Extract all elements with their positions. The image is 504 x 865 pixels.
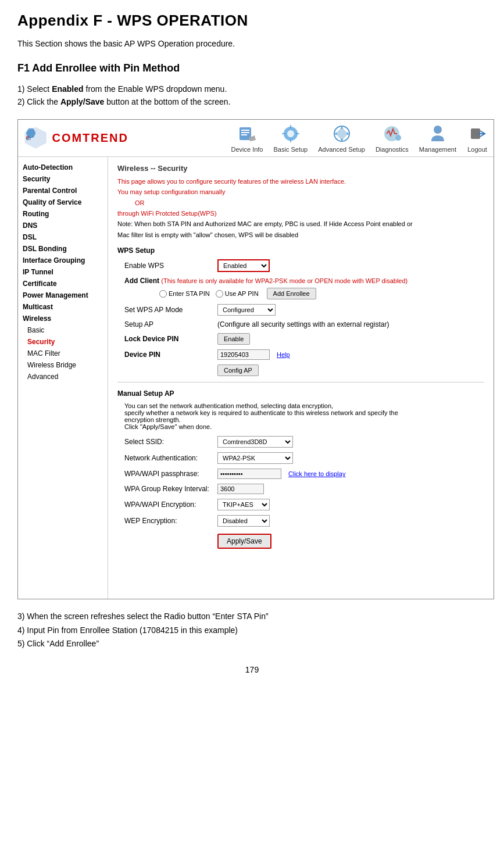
manual-setup-title: Manual Setup AP [117, 389, 484, 398]
content-section-header: Wireless -- Security [117, 164, 484, 173]
sidebar-item-parental-control[interactable]: Parental Control [18, 185, 108, 196]
advanced-setup-icon [331, 123, 352, 144]
sidebar-item-wireless[interactable]: Wireless [18, 313, 108, 324]
add-enrollee-button[interactable]: Add Enrollee [267, 288, 316, 299]
network-auth-label: Network Authentication: [124, 454, 217, 462]
comtrend-logo-icon: CT C [24, 123, 47, 152]
sidebar-item-dsl-bonding[interactable]: DSL Bonding [18, 243, 108, 255]
device-pin-label: Device PIN [124, 351, 217, 359]
device-pin-help-link[interactable]: Help [277, 351, 290, 358]
sidebar: Auto-Detection Security Parental Control… [18, 157, 108, 599]
sidebar-item-multicast[interactable]: Multicast [18, 301, 108, 313]
nav-logout-label: Logout [467, 146, 487, 153]
lock-device-pin-label: Lock Device PIN [124, 335, 217, 343]
logout-icon [467, 123, 488, 144]
sidebar-item-advanced[interactable]: Advanced [18, 371, 108, 383]
radio-use-ap-pin-text: Use AP PIN [225, 290, 259, 297]
radio-use-ap-pin[interactable] [216, 290, 223, 298]
sidebar-item-basic[interactable]: Basic [18, 324, 108, 336]
config-ap-row: Config AP [117, 364, 484, 376]
lock-device-pin-button[interactable]: Enable [217, 333, 250, 345]
radio-use-ap-pin-label[interactable]: Use AP PIN [216, 290, 259, 298]
wpa-rekey-input[interactable] [217, 484, 264, 494]
sidebar-item-auto-detection[interactable]: Auto-Detection [18, 162, 108, 173]
nav-management-label: Management [419, 146, 456, 153]
nav-basic-setup-label: Basic Setup [273, 146, 308, 153]
wpa-passphrase-label: WPA/WAPI passphrase: [124, 470, 217, 478]
manual-setup-desc: You can set the network authentication m… [117, 402, 484, 430]
footer-step-5: 5) Click “Add Enrollee” [17, 637, 487, 651]
sidebar-item-security-top[interactable]: Security [18, 173, 108, 185]
svg-point-16 [434, 126, 442, 134]
footer-step-4: 4) Input Pin from Enrollee Station (1708… [17, 624, 487, 638]
svg-point-13 [337, 129, 346, 138]
radio-enter-sta-pin-label[interactable]: Enter STA PIN [159, 290, 210, 298]
enable-wps-row: Enable WPS Enabled Disabled [117, 259, 484, 272]
wpa-passphrase-input[interactable] [217, 469, 281, 479]
enable-wps-select[interactable]: Enabled Disabled [217, 259, 270, 272]
sidebar-item-certificate[interactable]: Certificate [18, 278, 108, 289]
setup-ap-note: (Configure all security settings with an… [217, 320, 389, 328]
set-wps-ap-mode-select[interactable]: Configured Unconfigured [217, 304, 276, 316]
sidebar-item-ip-tunnel[interactable]: IP Tunnel [18, 266, 108, 278]
svg-rect-8 [241, 134, 247, 135]
svg-rect-6 [241, 130, 249, 131]
set-wps-ap-mode-label: Set WPS AP Mode [124, 306, 217, 314]
nav-advanced-setup[interactable]: Advanced Setup [318, 123, 365, 153]
page-title: Appendix F - WPS OPERATION [17, 12, 487, 30]
management-icon [427, 123, 448, 144]
add-client-label: Add Client [124, 277, 159, 285]
wpa-encryption-label: WPA/WAPI Encryption: [124, 501, 217, 509]
footer-step-3: 3) When the screen refreshes select the … [17, 610, 487, 624]
network-auth-row: Network Authentication: WPA2-PSK [117, 452, 484, 464]
instructions: 1) Select Enabled from the Enable WPS dr… [17, 83, 487, 109]
router-body: Auto-Detection Security Parental Control… [18, 157, 494, 599]
select-ssid-label: Select SSID: [124, 438, 217, 446]
wpa-encryption-select[interactable]: TKIP+AES TKIP AES [217, 499, 270, 510]
sidebar-item-interface-grouping[interactable]: Interface Grouping [18, 255, 108, 266]
sidebar-item-dns[interactable]: DNS [18, 220, 108, 231]
setup-ap-row: Setup AP (Configure all security setting… [117, 320, 484, 328]
svg-rect-7 [241, 132, 249, 133]
sidebar-item-mac-filter[interactable]: MAC Filter [18, 348, 108, 359]
select-ssid-row: Select SSID: Comtrend3D8D [117, 436, 484, 448]
config-ap-button[interactable]: Config AP [217, 364, 259, 376]
sidebar-item-security-wireless[interactable]: Security [18, 336, 108, 348]
nav-diagnostics-label: Diagnostics [376, 146, 409, 153]
network-auth-select[interactable]: WPA2-PSK [217, 452, 293, 464]
page-number: 179 [17, 665, 487, 674]
device-pin-input[interactable] [217, 349, 270, 360]
diagnostics-icon [381, 123, 402, 144]
manual-desc-4: Click "Apply/Save" when done. [124, 423, 484, 430]
nav-basic-setup[interactable]: Basic Setup [273, 123, 308, 153]
sidebar-item-power-management[interactable]: Power Management [18, 289, 108, 301]
info-block: This page allows you to configure securi… [117, 177, 484, 240]
screenshot-box: CT C COMTREND D [17, 119, 494, 599]
info-line-2: You may setup configuration manually [117, 188, 484, 196]
nav-device-info[interactable]: Device Info [231, 123, 263, 153]
manual-desc-1: You can set the network authentication m… [124, 402, 484, 409]
apply-save-button[interactable]: Apply/Save [217, 534, 271, 549]
sidebar-item-routing[interactable]: Routing [18, 208, 108, 220]
click-to-display-link[interactable]: Click here to display [288, 470, 345, 477]
wep-encryption-select[interactable]: Disabled Enabled [217, 515, 270, 527]
radio-enter-sta-pin[interactable] [159, 290, 167, 298]
sidebar-item-dsl[interactable]: DSL [18, 231, 108, 243]
wpa-rekey-label: WPA Group Rekey Interval: [124, 485, 217, 493]
enable-wps-label: Enable WPS [124, 262, 217, 270]
device-info-icon [237, 123, 258, 144]
nav-diagnostics[interactable]: Diagnostics [376, 123, 409, 153]
section1-title: F1 Add Enrollee with Pin Method [17, 62, 487, 74]
sidebar-item-qos[interactable]: Quality of Service [18, 196, 108, 208]
select-ssid-select[interactable]: Comtrend3D8D [217, 436, 293, 448]
add-client-note: (This feature is only available for WPA2… [161, 277, 408, 284]
svg-point-15 [395, 135, 401, 141]
sidebar-item-wireless-bridge[interactable]: Wireless Bridge [18, 359, 108, 371]
svg-point-11 [287, 130, 294, 137]
logo-text: COMTREND [52, 131, 128, 145]
nav-logout[interactable]: Logout [467, 123, 488, 153]
manual-desc-3: encryption strength. [124, 416, 484, 423]
nav-management[interactable]: Management [419, 123, 456, 153]
radio-group: Enter STA PIN Use AP PIN [159, 290, 259, 298]
intro-text: This Section shows the basic AP WPS Oper… [17, 39, 487, 48]
